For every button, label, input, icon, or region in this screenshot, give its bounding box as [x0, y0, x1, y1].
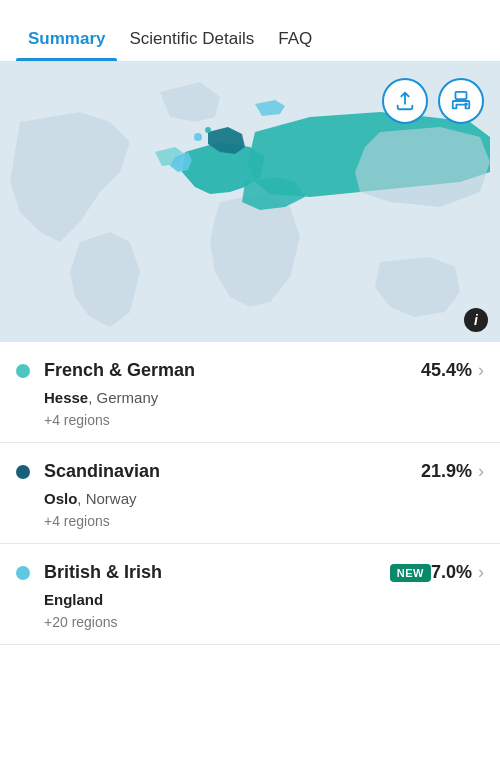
ancestry-percent-french-german: 45.4%	[421, 360, 472, 381]
ancestry-region-british-irish: England	[44, 591, 484, 608]
tab-faq[interactable]: FAQ	[266, 29, 324, 61]
svg-point-2	[205, 127, 211, 133]
print-button[interactable]	[438, 78, 484, 124]
info-icon-label: i	[474, 312, 478, 328]
tab-summary[interactable]: Summary	[16, 29, 117, 61]
ancestry-name-french-german: French & German	[44, 360, 421, 381]
svg-point-1	[194, 133, 202, 141]
share-button[interactable]	[382, 78, 428, 124]
tabs-bar: Summary Scientific Details FAQ	[0, 0, 500, 62]
ancestry-item-british-irish[interactable]: British & Irish NEW 7.0% › England +20 r…	[0, 544, 500, 645]
svg-point-4	[465, 103, 467, 105]
chevron-icon-french-german: ›	[478, 360, 484, 381]
ancestry-dot-british-irish	[16, 566, 30, 580]
ancestry-name-british-irish: British & Irish	[44, 562, 380, 583]
new-badge-british-irish: NEW	[390, 564, 431, 582]
print-icon	[450, 90, 472, 112]
ancestry-percent-british-irish: 7.0%	[431, 562, 472, 583]
ancestry-region-french-german: Hesse, Germany	[44, 389, 484, 406]
ancestry-region-scandinavian: Oslo, Norway	[44, 490, 484, 507]
action-buttons	[382, 78, 484, 124]
ancestry-dot-scandinavian	[16, 465, 30, 479]
info-button[interactable]: i	[464, 308, 488, 332]
map-container: i	[0, 62, 500, 342]
ancestry-extra-scandinavian: +4 regions	[44, 513, 484, 529]
ancestry-extra-french-german: +4 regions	[44, 412, 484, 428]
ancestry-extra-british-irish: +20 regions	[44, 614, 484, 630]
share-icon	[394, 90, 416, 112]
tab-scientific-details[interactable]: Scientific Details	[117, 29, 266, 61]
ancestry-list: French & German 45.4% › Hesse, Germany +…	[0, 342, 500, 645]
ancestry-item-french-german[interactable]: French & German 45.4% › Hesse, Germany +…	[0, 342, 500, 443]
chevron-icon-scandinavian: ›	[478, 461, 484, 482]
svg-rect-3	[456, 92, 467, 99]
ancestry-item-scandinavian[interactable]: Scandinavian 21.9% › Oslo, Norway +4 reg…	[0, 443, 500, 544]
chevron-icon-british-irish: ›	[478, 562, 484, 583]
ancestry-percent-scandinavian: 21.9%	[421, 461, 472, 482]
ancestry-dot-french-german	[16, 364, 30, 378]
ancestry-name-scandinavian: Scandinavian	[44, 461, 421, 482]
